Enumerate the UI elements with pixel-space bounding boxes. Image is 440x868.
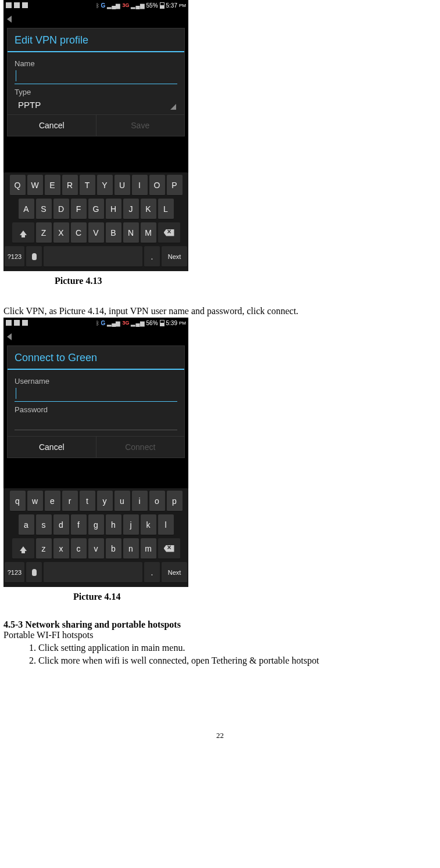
- key-g[interactable]: G: [88, 199, 104, 219]
- key-a[interactable]: a: [19, 514, 34, 535]
- key-next[interactable]: Next: [162, 246, 187, 267]
- key-g[interactable]: g: [88, 514, 104, 535]
- password-label: Password: [15, 405, 177, 414]
- back-icon[interactable]: [7, 333, 12, 340]
- status-right: ᛒ G ▂▄▆ 3G ▂▄▆ 56% 5:39 PM: [96, 320, 186, 326]
- kb-row-2: A S D F G H J K L: [5, 199, 187, 219]
- key-v[interactable]: V: [88, 222, 104, 243]
- key-w[interactable]: w: [27, 491, 43, 512]
- kb-row-4: ?123 . Next: [5, 246, 187, 267]
- cancel-button[interactable]: Cancel: [8, 437, 96, 458]
- key-dot[interactable]: .: [144, 562, 160, 583]
- clock-ampm: PM: [179, 320, 186, 326]
- key-j[interactable]: J: [123, 199, 139, 219]
- caption-4-14: Picture 4.14: [73, 587, 437, 606]
- key-space[interactable]: [44, 246, 142, 267]
- dialog-title: Connect to Green: [8, 346, 184, 370]
- key-f[interactable]: F: [71, 199, 87, 219]
- key-backspace[interactable]: [158, 222, 180, 243]
- key-f[interactable]: f: [71, 514, 87, 535]
- edit-vpn-dialog: Edit VPN profile Name Type PPTP Cancel S…: [7, 28, 185, 136]
- key-x[interactable]: x: [53, 538, 69, 559]
- key-r[interactable]: r: [62, 491, 78, 512]
- type-select[interactable]: PPTP: [15, 96, 177, 112]
- key-w[interactable]: W: [27, 175, 43, 196]
- key-c[interactable]: C: [71, 222, 87, 243]
- kb-row-1: Q W E R T Y U I O P: [5, 175, 187, 196]
- kb-row-3: Z X C V B N M: [5, 222, 187, 243]
- connect-vpn-dialog: Connect to Green Username Password Cance…: [7, 345, 185, 458]
- key-b[interactable]: B: [106, 222, 121, 243]
- password-input[interactable]: [15, 414, 177, 430]
- keyboard: q w e r t y u i o p a s d f g h j k l z …: [3, 488, 188, 587]
- key-d[interactable]: d: [53, 514, 69, 535]
- key-v[interactable]: v: [88, 538, 104, 559]
- key-k[interactable]: K: [141, 199, 156, 219]
- network-g: G: [101, 320, 106, 326]
- key-numbers[interactable]: ?123: [5, 562, 24, 583]
- key-a[interactable]: A: [19, 199, 34, 219]
- key-m[interactable]: M: [141, 222, 156, 243]
- key-k[interactable]: k: [141, 514, 156, 535]
- key-o[interactable]: O: [149, 175, 165, 196]
- key-h[interactable]: h: [106, 514, 121, 535]
- cancel-button[interactable]: Cancel: [8, 115, 96, 136]
- key-mic[interactable]: [26, 246, 42, 267]
- key-u[interactable]: U: [115, 175, 130, 196]
- bluetooth-icon: ᛒ: [96, 2, 99, 9]
- key-backspace[interactable]: [158, 538, 180, 559]
- key-c[interactable]: c: [71, 538, 87, 559]
- key-q[interactable]: Q: [10, 175, 26, 196]
- key-s[interactable]: s: [36, 514, 52, 535]
- key-next[interactable]: Next: [162, 562, 187, 583]
- key-s[interactable]: S: [36, 199, 52, 219]
- username-input[interactable]: [15, 386, 177, 402]
- key-h[interactable]: H: [106, 199, 121, 219]
- key-z[interactable]: Z: [36, 222, 52, 243]
- key-i[interactable]: I: [132, 175, 148, 196]
- key-j[interactable]: j: [123, 514, 139, 535]
- key-p[interactable]: p: [167, 491, 183, 512]
- mic-icon: [32, 569, 37, 576]
- notif-icon: [22, 320, 28, 326]
- key-shift[interactable]: [12, 538, 34, 559]
- key-mic[interactable]: [26, 562, 42, 583]
- key-shift[interactable]: [12, 222, 34, 243]
- key-d[interactable]: D: [53, 199, 69, 219]
- key-n[interactable]: n: [123, 538, 139, 559]
- username-label: Username: [15, 377, 177, 386]
- key-z[interactable]: z: [36, 538, 52, 559]
- key-q[interactable]: q: [10, 491, 26, 512]
- key-t[interactable]: T: [80, 175, 95, 196]
- key-l[interactable]: l: [158, 514, 174, 535]
- key-n[interactable]: N: [123, 222, 139, 243]
- key-dot[interactable]: .: [144, 246, 160, 267]
- back-icon[interactable]: [7, 16, 12, 23]
- key-x[interactable]: X: [53, 222, 69, 243]
- key-i[interactable]: i: [132, 491, 148, 512]
- key-r[interactable]: R: [62, 175, 78, 196]
- keyboard: Q W E R T Y U I O P A S D F G H J K L Z …: [3, 172, 188, 271]
- key-numbers[interactable]: ?123: [5, 246, 24, 267]
- name-input[interactable]: [15, 68, 177, 84]
- status-right: ᛒ G ▂▄▆ 3G ▂▄▆ 55% 5:37 PM: [96, 2, 186, 9]
- key-u[interactable]: u: [115, 491, 130, 512]
- key-m[interactable]: m: [141, 538, 156, 559]
- key-o[interactable]: o: [149, 491, 165, 512]
- key-b[interactable]: b: [106, 538, 121, 559]
- key-e[interactable]: e: [45, 491, 60, 512]
- key-y[interactable]: y: [97, 491, 113, 512]
- key-l[interactable]: L: [158, 199, 174, 219]
- list-item: Click more when wifi is well connected, …: [38, 654, 437, 667]
- key-space[interactable]: [44, 562, 142, 583]
- name-label: Name: [15, 59, 177, 68]
- key-t[interactable]: t: [80, 491, 95, 512]
- connect-button[interactable]: Connect: [96, 437, 185, 458]
- key-y[interactable]: Y: [97, 175, 113, 196]
- key-e[interactable]: E: [45, 175, 60, 196]
- signal-icon: ▂▄▆: [107, 320, 120, 326]
- key-p[interactable]: P: [167, 175, 183, 196]
- shift-icon: [20, 230, 27, 235]
- save-button[interactable]: Save: [96, 115, 185, 136]
- notif-icon: [14, 320, 20, 326]
